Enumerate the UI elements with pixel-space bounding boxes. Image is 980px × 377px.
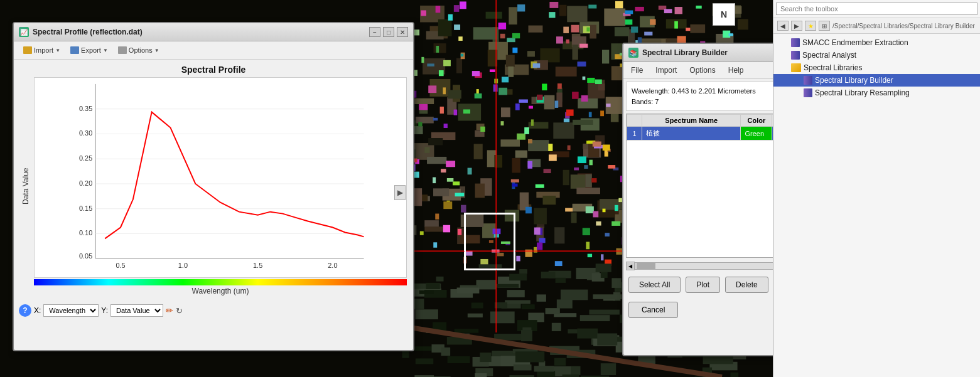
crosshair-vertical [496, 0, 497, 332]
chart-area: Data Value 0.35 [20, 77, 407, 295]
libraries-folder-label: Spectral Libraries [804, 63, 862, 72]
pencil-icon[interactable]: ✏ [166, 305, 173, 316]
chart-svg: 0.35 0.30 0.25 0.20 0.15 0.10 0.05 0.5 1… [35, 78, 406, 277]
col-color: Color [741, 115, 772, 127]
x-axis-select[interactable]: Wavelength [43, 304, 99, 317]
x-axis-prefix: X: [34, 306, 41, 315]
window-title-group: 📈 Spectral Profile (reflection.dat) [19, 27, 143, 37]
svg-text:1.5: 1.5 [253, 262, 262, 269]
color-bar [34, 279, 407, 285]
scrollbar-thumb[interactable] [637, 263, 655, 269]
scroll-left-arrow[interactable]: ◀ [626, 262, 635, 270]
x-axis-label: Wavelength (um) [34, 287, 407, 295]
toolbox-search-bar [773, 0, 980, 18]
nav-extra-button[interactable]: ⊞ [819, 21, 830, 31]
color-cell: Green [741, 127, 772, 141]
toolbox-panel: ◀ ▶ ★ ⊞ /Spectral/Spectral Libraries/Spe… [773, 0, 980, 377]
tree-item-libraries-folder[interactable]: Spectral Libraries [773, 61, 980, 74]
north-arrow: N [713, 3, 735, 26]
svg-text:2.0: 2.0 [328, 262, 337, 269]
y-axis-select[interactable]: Data Value [110, 304, 163, 317]
spectral-profile-title: Spectral Profile (reflection.dat) [33, 28, 143, 36]
minimize-button[interactable]: − [369, 27, 380, 37]
nav-back-button[interactable]: ◀ [777, 21, 789, 31]
lib-builder-icon: 📚 [628, 48, 638, 58]
cancel-button[interactable]: Cancel [628, 302, 678, 318]
select-all-button[interactable]: Select All [628, 277, 681, 293]
chart-bottom-bar: ? X: Wavelength Y: Data Value ✏ ↻ [14, 300, 413, 319]
refresh-icon[interactable]: ↻ [176, 306, 183, 316]
svg-text:0.30: 0.30 [79, 129, 92, 137]
spectral-profile-titlebar: 📈 Spectral Profile (reflection.dat) − □ … [14, 23, 413, 41]
import-menu[interactable]: Import [653, 65, 679, 76]
options-menu[interactable]: Options [687, 65, 718, 76]
chart-inner: 0.35 0.30 0.25 0.20 0.15 0.10 0.05 0.5 1… [34, 77, 407, 295]
spectral-profile-toolbar: Import ▼ Export ▼ Options ▼ [14, 41, 413, 60]
spectral-profile-window: 📈 Spectral Profile (reflection.dat) − □ … [13, 22, 414, 351]
svg-text:0.20: 0.20 [79, 179, 92, 187]
chart-title: Spectral Profile [20, 65, 407, 75]
col-num [627, 115, 642, 127]
export-button[interactable]: Export ▼ [66, 44, 112, 56]
smacc-label: SMACC Endmember Extraction [802, 38, 908, 47]
svg-text:0.15: 0.15 [79, 204, 92, 212]
toolbox-search-input[interactable] [776, 3, 977, 15]
plot-button[interactable]: Plot [686, 277, 720, 293]
lib-builder-title: Spectral Library Builder [642, 48, 728, 57]
y-axis-prefix: Y: [101, 306, 108, 315]
svg-text:0.05: 0.05 [79, 252, 92, 260]
svg-text:1.0: 1.0 [178, 262, 188, 269]
analyst-icon [791, 51, 800, 60]
resampling-icon [804, 88, 812, 97]
chart-plot[interactable]: 0.35 0.30 0.25 0.20 0.15 0.10 0.05 0.5 1… [34, 77, 407, 278]
tree-item-smacc[interactable]: SMACC Endmember Extraction [773, 36, 980, 49]
spectrum-name: 植被 [642, 127, 741, 141]
smacc-icon [791, 38, 800, 47]
y-axis-label: Data Value [20, 77, 31, 295]
libraries-folder-icon [791, 63, 801, 72]
delete-button[interactable]: Delete [725, 277, 768, 293]
help-menu[interactable]: Help [726, 65, 746, 76]
export-icon [70, 46, 79, 54]
nav-forward-button[interactable]: ▶ [791, 21, 802, 31]
help-button[interactable]: ? [19, 304, 31, 317]
tree-item-resampling[interactable]: Spectral Library Resampling [773, 87, 980, 99]
tree-item-analyst[interactable]: Spectral Analyst [773, 49, 980, 61]
import-button[interactable]: Import ▼ [19, 44, 65, 56]
analyst-label: Spectral Analyst [802, 51, 856, 60]
import-dropdown-arrow: ▼ [55, 48, 60, 53]
export-dropdown-arrow: ▼ [103, 48, 108, 53]
nav-star-button[interactable]: ★ [805, 21, 816, 31]
options-dropdown-arrow: ▼ [154, 48, 159, 53]
import-icon [23, 46, 32, 54]
builder-label: Spectral Library Builder [815, 76, 893, 85]
tree-item-builder[interactable]: Spectral Library Builder [773, 74, 980, 87]
toolbox-nav-bar: ◀ ▶ ★ ⊞ /Spectral/Spectral Libraries/Spe… [773, 18, 980, 34]
resampling-label: Spectral Library Resampling [815, 88, 910, 97]
builder-icon [804, 76, 812, 85]
options-icon [118, 46, 127, 54]
svg-text:0.35: 0.35 [79, 105, 92, 112]
window-controls: − □ ✕ [369, 27, 408, 37]
close-button[interactable]: ✕ [397, 27, 408, 37]
nav-path: /Spectral/Spectral Libraries/Spectral Li… [832, 23, 976, 29]
chart-container: Spectral Profile Data Value [14, 60, 413, 300]
file-menu[interactable]: File [628, 65, 645, 76]
tree-view: SMACC Endmember Extraction Spectral Anal… [773, 34, 980, 102]
row-number: 1 [627, 127, 642, 141]
maximize-button[interactable]: □ [383, 27, 394, 37]
svg-text:0.25: 0.25 [79, 154, 92, 162]
svg-text:0.5: 0.5 [116, 262, 125, 269]
options-button[interactable]: Options ▼ [114, 44, 164, 56]
svg-text:0.10: 0.10 [79, 229, 92, 236]
col-spectrum-name: Spectrum Name [642, 115, 741, 127]
expand-arrow[interactable]: ▶ [394, 185, 406, 200]
spectral-profile-icon: 📈 [19, 27, 29, 37]
lib-window-title-group: 📚 Spectral Library Builder [628, 48, 728, 58]
